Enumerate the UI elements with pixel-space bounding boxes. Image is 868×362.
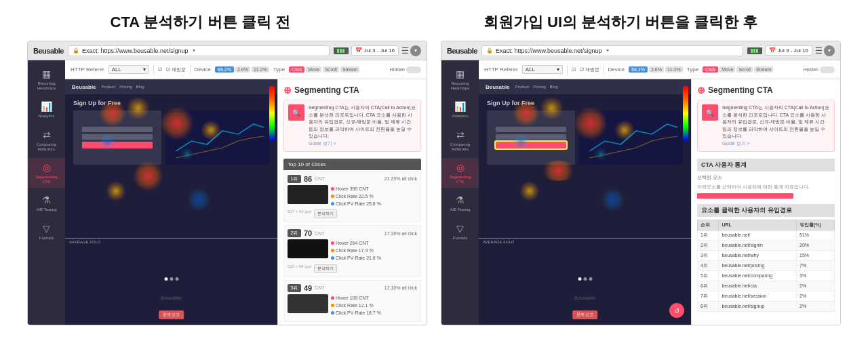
signup-nav: Beusable Product Pricing Blog <box>65 79 277 94</box>
signup-form-card-2 <box>487 110 575 165</box>
sidebar-item-analytics-before[interactable]: 📊 Analytics <box>28 97 65 122</box>
funnels-icon-2: ▽ <box>454 222 467 235</box>
toolbar-after: HTTP Referer ALL ▾ ☑ ☑ 재방문 Device 88.2% … <box>479 60 840 79</box>
sidebar-item-abtesting-before[interactable]: ⚗ A/B Testing <box>28 190 65 216</box>
referrer-table: 순위 URL 유입률(%) 1위beusable.net/51%2위beusab… <box>697 220 835 312</box>
browser-url-after[interactable]: 🔒 Exact: https://www.beusable.net/signup… <box>481 45 743 56</box>
heat-blob-a9 <box>601 188 625 212</box>
sidebar-item-comparing-after[interactable]: ⇄ ComparingReferrers <box>441 125 479 155</box>
cta-referrer-section: 요소를 클릭한 사용자의 유입경로 순위 URL 유입률(%) <box>697 204 835 312</box>
sidebar-item-heatmaps-before[interactable]: ▦ ReportingHeatmaps <box>28 64 65 94</box>
dot-pagination-before <box>164 277 178 281</box>
app-layout-before: ▦ ReportingHeatmaps 📊 Analytics ⇄ Compar… <box>28 60 427 325</box>
sidebar-item-comparing-before[interactable]: ⇄ ComparingReferrers <box>28 125 65 155</box>
type-stream-btn[interactable]: Stream <box>340 66 360 73</box>
report-badge-before[interactable]: 문제 신고 <box>159 310 184 319</box>
device-desktop-btn-2[interactable]: 88.2% <box>629 66 648 73</box>
sidebar-item-abtesting-after[interactable]: ⚗ A/B Testing <box>441 190 479 216</box>
device-tablet-btn[interactable]: 2.6% <box>235 66 250 73</box>
browser-logo-after: Beusable <box>447 47 477 55</box>
title-after: 회원가입 UI의 분석하기 버튼을 클릭한 후 <box>484 12 758 33</box>
main-content-before: HTTP Referer ALL ▾ ☑ ☑ 재방문 Device 88.2% … <box>65 60 427 325</box>
hidden-toggle-box[interactable] <box>406 66 421 73</box>
click-thumb-2 <box>288 239 328 258</box>
refresh-button[interactable]: ↺ <box>669 303 684 318</box>
click-stats-2: Hover 264 CNT Click Rate 17.3 % Click PV… <box>331 239 381 262</box>
heatmaps-icon: ▦ <box>41 68 53 80</box>
type-stream-btn-2[interactable]: Stream <box>754 66 774 73</box>
type-scroll-btn[interactable]: Scroll <box>323 66 339 73</box>
device-mobile-btn-2[interactable]: 11.2% <box>665 66 683 73</box>
abtesting-icon: ⚗ <box>41 194 53 206</box>
device-mobile-btn[interactable]: 11.2% <box>252 66 269 73</box>
heat-blob-8 <box>106 181 126 201</box>
comparing-icon: ⇄ <box>41 129 53 141</box>
battery-icon-2 <box>747 47 762 54</box>
heat-blob-a8 <box>519 181 540 201</box>
browser-nav-before: 📅 Jul 3 - Jul 16 ☰ ▾ <box>334 45 421 56</box>
sidebar-item-segmenting-after[interactable]: ◎ SegmentingCTA <box>441 158 479 188</box>
type-scroll-btn-2[interactable]: Scroll <box>736 66 753 73</box>
sidebar-item-funnels-after[interactable]: ▽ Funnels <box>441 219 479 244</box>
toolbar-before: HTTP Referer ALL ▾ ☑ ☑ 재방문 Device 88.2% … <box>65 60 427 79</box>
sidebar-item-heatmaps-after[interactable]: ▦ ReportingHeatmaps <box>441 64 479 94</box>
browser-url-before[interactable]: 🔒 Exact: https://www.beusable.net/signup… <box>68 45 330 56</box>
type-move-btn-2[interactable]: Move <box>719 66 735 73</box>
signup-nav-2: Beusable Product Pricing Blog <box>479 79 691 94</box>
cta-referrer-title: 요소를 클릭한 사용자의 유입경로 <box>697 204 835 217</box>
nav-icons: ☰ ▾ <box>401 45 421 56</box>
abtesting-icon-2: ⚗ <box>454 194 467 206</box>
browser-chrome-before: Beusable 🔒 Exact: https://www.beusable.n… <box>28 41 427 60</box>
info-box-icon: 🔍 <box>288 104 304 121</box>
date-badge-after: 📅 Jul 3 - Jul 16 <box>765 45 812 56</box>
click-item-1: 1위 86 CNT 21.23% all click Hover 390 CNT… <box>283 171 421 223</box>
titles-row: CTA 분석하기 버튼 클릭 전 회원가입 UI의 분석하기 버튼을 클릭한 후 <box>14 12 854 33</box>
http-referer-select-after[interactable]: ALL ▾ <box>522 65 563 74</box>
click-stats-1: Hover 390 CNT Click Rate 22.5 % Click PV… <box>331 185 381 208</box>
device-desktop-btn[interactable]: 88.2% <box>215 66 234 73</box>
main-content-after: HTTP Referer ALL ▾ ☑ ☑ 재방문 Device 88.2% … <box>479 60 840 325</box>
analyze-btn-1[interactable]: 분석하기 <box>314 209 337 218</box>
heat-blob-9 <box>187 188 211 212</box>
http-referer-select-before[interactable]: ALL ▾ <box>108 65 149 74</box>
analytics-icon-2: 📊 <box>454 100 467 113</box>
hidden-toggle-box-2[interactable] <box>820 66 835 73</box>
avg-fold-line-before <box>65 238 277 239</box>
analytics-icon: 📊 <box>41 100 53 113</box>
list-icon: ☰ <box>401 46 409 56</box>
screenshots-row: Beusable 🔒 Exact: https://www.beusable.n… <box>14 41 854 325</box>
divider4 <box>604 65 604 75</box>
signup-chart-area-2 <box>579 110 683 165</box>
sidebar-item-segmenting-before[interactable]: ◎ SegmentingCTA <box>28 158 65 188</box>
screenshot-after: Beusable 🔒 Exact: https://www.beusable.n… <box>441 41 841 325</box>
guide-link-before[interactable]: Guide 보기 > <box>309 140 416 147</box>
avg-fold-label-before: AVERAGE FOLD <box>69 240 100 244</box>
divider2 <box>190 65 191 75</box>
device-tablet-btn-2[interactable]: 2.6% <box>649 66 664 73</box>
comparing-icon-2: ⇄ <box>454 129 467 141</box>
browser-logo-before: Beusable <box>33 47 64 55</box>
guide-link-after[interactable]: Guide 보기 > <box>722 140 830 147</box>
type-click-btn-2[interactable]: Click <box>703 66 718 73</box>
right-panel-after: ⊕ Segmenting CTA 🔍 Segmenting CTA는 사용자의 … <box>691 79 840 325</box>
signup-form-card <box>73 110 161 165</box>
device-group: 88.2% 2.6% 11.2% <box>215 66 269 73</box>
panel-title-icon-2: ⊕ <box>697 85 705 96</box>
type-click-btn[interactable]: Click <box>289 66 304 73</box>
sidebar-item-analytics-after[interactable]: 📊 Analytics <box>441 97 479 122</box>
cta-selected-desc: 아래요소를 선택하여 사용자에 대한 통계 자료입니다. <box>697 184 835 190</box>
sidebar-item-funnels-before[interactable]: ▽ Funnels <box>28 219 65 244</box>
signup-content: Sign Up for Free <box>65 94 277 170</box>
app-layout-after: ▦ ReportingHeatmaps 📊 Analytics ⇄ Compar… <box>441 60 840 325</box>
heatmaps-icon-2: ▦ <box>454 68 467 80</box>
segmenting-icon: ◎ <box>41 161 53 174</box>
top10-header: Top 10 of Clicks <box>283 159 421 170</box>
date-badge-before: 📅 Jul 3 - Jul 16 <box>351 45 399 56</box>
battery-icon <box>334 47 349 54</box>
url-lock-icon: 🔒 <box>73 47 79 54</box>
divider1 <box>153 65 154 75</box>
type-move-btn[interactable]: Move <box>306 66 321 73</box>
analyze-btn-2[interactable]: 분석하기 <box>314 264 337 273</box>
report-badge-after[interactable]: 문제 신고 <box>572 310 598 319</box>
right-panel-before: ⊕ Segmenting CTA 🔍 Segmenting CTA는 사용자의 … <box>277 79 427 325</box>
